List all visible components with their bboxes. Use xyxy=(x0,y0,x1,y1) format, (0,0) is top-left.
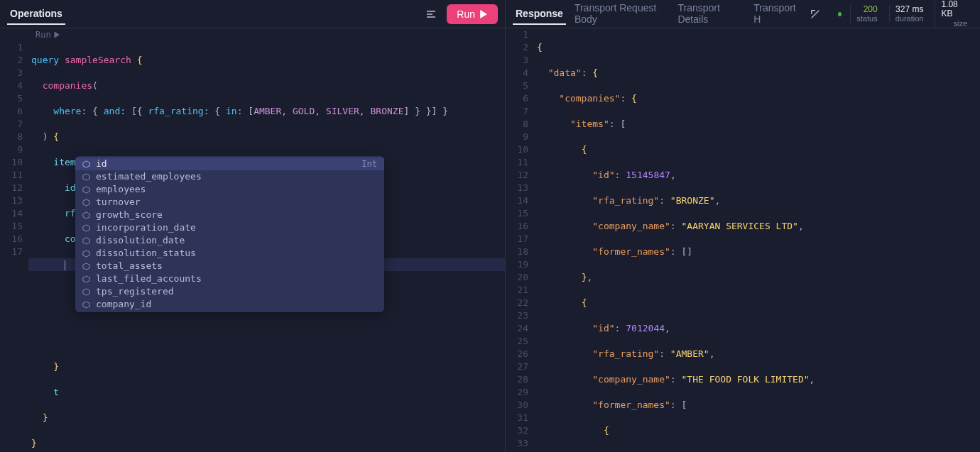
right-gutter: 1234567891011121314151617181920212223242… xyxy=(506,28,534,452)
autocomplete-item[interactable]: tps_registered xyxy=(75,285,384,298)
autocomplete-item[interactable]: growth_score xyxy=(75,209,384,221)
response-header: Response Transport Request Body Transpor… xyxy=(506,0,980,28)
response-viewer[interactable]: 1234567891011121314151617181920212223242… xyxy=(506,28,980,452)
metric-size: 1.08 KB size xyxy=(935,0,973,27)
autocomplete-item[interactable]: total_assets xyxy=(75,260,384,272)
autocomplete-item[interactable]: incorporation_date xyxy=(75,221,384,234)
tab-transport-details[interactable]: Transport Details xyxy=(675,0,745,31)
left-gutter: 1234567891011121314151617 xyxy=(0,28,28,452)
metric-status: 200 status xyxy=(850,5,883,23)
tab-response[interactable]: Response xyxy=(513,4,566,25)
run-button-label: Run xyxy=(457,9,475,20)
response-code: { "data": { "companies": { "items": [ { … xyxy=(534,28,980,452)
prettify-icon[interactable] xyxy=(421,4,441,24)
metric-duration: 327 ms duration xyxy=(889,5,930,23)
autocomplete-item[interactable]: dissolution_status xyxy=(75,247,384,260)
tab-transport-body[interactable]: Transport Request Body xyxy=(572,0,670,31)
run-button[interactable]: Run xyxy=(447,4,498,24)
autocomplete-popup[interactable]: idInt estimated_employees employees turn… xyxy=(75,156,384,312)
autocomplete-item[interactable]: estimated_employees xyxy=(75,170,384,183)
autocomplete-item[interactable]: dissolution_date xyxy=(75,234,384,247)
autocomplete-item[interactable]: turnover xyxy=(75,196,384,209)
collapse-icon[interactable] xyxy=(807,4,824,24)
autocomplete-item[interactable]: employees xyxy=(75,183,384,196)
operations-tab[interactable]: Operations xyxy=(7,4,65,25)
query-editor[interactable]: Run 1234567891011121314151617 query samp… xyxy=(0,28,505,452)
operations-header: Operations Run xyxy=(0,0,505,28)
autocomplete-item[interactable]: company_id xyxy=(75,298,384,311)
autocomplete-item[interactable]: idInt xyxy=(75,158,384,170)
autocomplete-item[interactable]: last_filed_accounts xyxy=(75,272,384,285)
tab-transport-headers[interactable]: Transport H xyxy=(751,0,801,31)
status-dot-icon xyxy=(838,12,842,16)
